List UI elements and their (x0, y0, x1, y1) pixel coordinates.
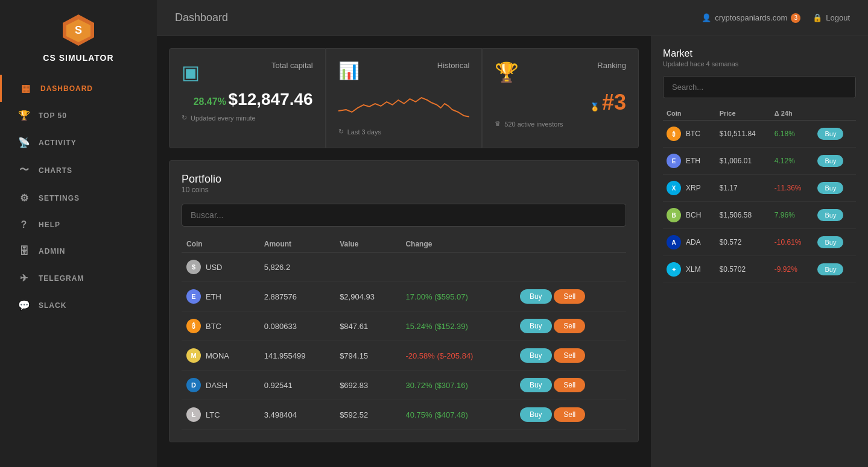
portfolio-change (401, 252, 515, 282)
sidebar-label-slack: SLACK (39, 301, 66, 310)
portfolio-value: $592.52 (335, 400, 401, 430)
market-title: Market (663, 48, 856, 59)
market-price: $10,511.84 (716, 121, 771, 148)
portfolio-section: Portfolio 10 coins Coin Amount Value Cha… (169, 160, 639, 442)
cards-row: ▣ Total capital 28.47% $12,847.46 ↻ Upda… (169, 48, 639, 148)
market-buy-button[interactable]: Buy (817, 155, 843, 167)
portfolio-change: 17.00% ($595.07) (401, 282, 515, 312)
market-col-price: Price (716, 107, 771, 121)
market-coin-cell: E ETH (663, 148, 716, 175)
sidebar-item-charts[interactable]: 〜 CHARTS (0, 156, 157, 184)
sidebar-item-slack[interactable]: 💬 SLACK (0, 292, 157, 319)
buy-button[interactable]: Buy (520, 378, 552, 392)
col-amount: Amount (259, 236, 335, 252)
historical-subtitle: Last 3 days (347, 128, 381, 136)
portfolio-coin-cell: ₿ BTC (182, 312, 259, 341)
portfolio-coin-cell: E ETH (182, 282, 259, 312)
market-row: ✦ XLM $0.5702 -9.92% Buy (663, 256, 856, 283)
portfolio-row: Ł LTC 3.498404 $592.52 40.75% ($407.48) … (182, 400, 626, 430)
sidebar: S CS SIMULATOR ▦ DASHBOARD 🏆 TOP 50 📡 AC… (0, 0, 157, 467)
sell-button[interactable]: Sell (554, 407, 585, 422)
app-name: CS SIMULATOR (43, 53, 113, 63)
sell-button[interactable]: Sell (554, 348, 585, 363)
ranking-subtitle: 520 active investors (504, 121, 563, 128)
sidebar-item-dashboard[interactable]: ▦ DASHBOARD (0, 75, 157, 102)
market-buy-button[interactable]: Buy (817, 263, 843, 275)
logout-label: Logout (826, 13, 850, 22)
portfolio-row: ₿ BTC 0.080633 $847.61 15.24% ($152.39) … (182, 312, 626, 341)
market-coin-cell: ✦ XLM (663, 256, 716, 283)
capital-footer-text: Updated every minute (191, 114, 256, 122)
sidebar-item-admin[interactable]: 🗄 ADMIN (0, 238, 157, 265)
col-value: Value (335, 236, 401, 252)
refresh-icon: ↻ (182, 114, 187, 122)
buy-button[interactable]: Buy (520, 289, 552, 304)
market-row: ₿ BTC $10,511.84 6.18% Buy (663, 121, 856, 148)
chart-bars-icon: 📊 (338, 61, 360, 81)
rank-number: #3 (602, 90, 626, 114)
portfolio-actions: Buy Sell (515, 400, 626, 430)
portfolio-coin-cell: $ USD (182, 252, 259, 282)
market-row: X XRP $1.17 -11.36% Buy (663, 175, 856, 202)
ranking-footer: ♛ 520 active investors (495, 120, 626, 128)
logout-button[interactable]: 🔒 Logout (813, 13, 850, 22)
market-col-change: Δ 24h (771, 107, 814, 121)
portfolio-subtitle: 10 coins (182, 186, 626, 194)
portfolio-value: $2,904.93 (335, 282, 401, 312)
market-search[interactable] (663, 76, 856, 98)
slack-icon: 💬 (18, 299, 30, 311)
user-icon: 👤 (702, 13, 711, 22)
portfolio-actions: Buy Sell (515, 341, 626, 371)
portfolio-value: $794.15 (335, 341, 401, 371)
sidebar-item-activity[interactable]: 📡 ACTIVITY (0, 129, 157, 156)
market-change: -11.36% (771, 175, 814, 202)
market-buy-button[interactable]: Buy (817, 182, 843, 194)
sidebar-item-telegram[interactable]: ✈ TELEGRAM (0, 265, 157, 292)
market-buy-button[interactable]: Buy (817, 236, 843, 248)
help-icon: ? (18, 219, 30, 230)
sidebar-item-help[interactable]: ? HELP (0, 212, 157, 238)
sell-button[interactable]: Sell (554, 289, 585, 304)
portfolio-row: $ USD 5,826.2 (182, 252, 626, 282)
col-change: Change (401, 236, 515, 252)
portfolio-search[interactable] (182, 204, 626, 227)
buy-button[interactable]: Buy (520, 319, 552, 333)
market-panel: Market Updated hace 4 semanas Coin Price… (651, 36, 868, 467)
sidebar-label-settings: SETTINGS (39, 194, 80, 202)
market-price: $1,506.58 (716, 202, 771, 229)
total-capital-card: ▣ Total capital 28.47% $12,847.46 ↻ Upda… (169, 48, 326, 148)
portfolio-value: $692.83 (335, 371, 401, 400)
col-coin: Coin (182, 236, 259, 252)
sidebar-item-top50[interactable]: 🏆 TOP 50 (0, 102, 157, 129)
sidebar-label-admin: ADMIN (39, 247, 65, 255)
market-buy-button[interactable]: Buy (817, 209, 843, 221)
page-title: Dashboard (175, 11, 228, 24)
telegram-icon: ✈ (18, 272, 30, 284)
content: ▣ Total capital 28.47% $12,847.46 ↻ Upda… (157, 36, 868, 467)
market-buy-cell: Buy (814, 202, 856, 229)
portfolio-value (335, 252, 401, 282)
portfolio-value: $847.61 (335, 312, 401, 341)
logo-area: S CS SIMULATOR (43, 12, 113, 63)
buy-button[interactable]: Buy (520, 407, 552, 422)
market-col-action (814, 107, 856, 121)
portfolio-change: 30.72% ($307.16) (401, 371, 515, 400)
sell-button[interactable]: Sell (554, 319, 585, 333)
sidebar-item-settings[interactable]: ⚙ SETTINGS (0, 184, 157, 212)
historical-header: 📊 Historical (338, 61, 470, 81)
sell-button[interactable]: Sell (554, 378, 585, 392)
portfolio-coin-cell: Ł LTC (182, 400, 259, 430)
market-buy-cell: Buy (814, 175, 856, 202)
market-coin-cell: A ADA (663, 229, 716, 256)
capital-card-header: ▣ Total capital (182, 61, 313, 84)
main: Dashboard 👤 cryptospaniards.com 3 🔒 Logo… (157, 0, 868, 467)
portfolio-row: E ETH 2.887576 $2,904.93 17.00% ($595.07… (182, 282, 626, 312)
user-menu[interactable]: 👤 cryptospaniards.com 3 (702, 13, 800, 23)
buy-button[interactable]: Buy (520, 348, 552, 363)
line-chart-svg (338, 87, 470, 123)
dashboard-icon: ▦ (20, 83, 32, 94)
ranking-value-area: 🏅 #3 (495, 90, 626, 115)
activity-icon: 📡 (18, 137, 30, 148)
ranking-card: 🏆 Ranking 🏅 #3 ♛ 520 active investors (482, 48, 639, 148)
market-buy-button[interactable]: Buy (817, 128, 843, 140)
